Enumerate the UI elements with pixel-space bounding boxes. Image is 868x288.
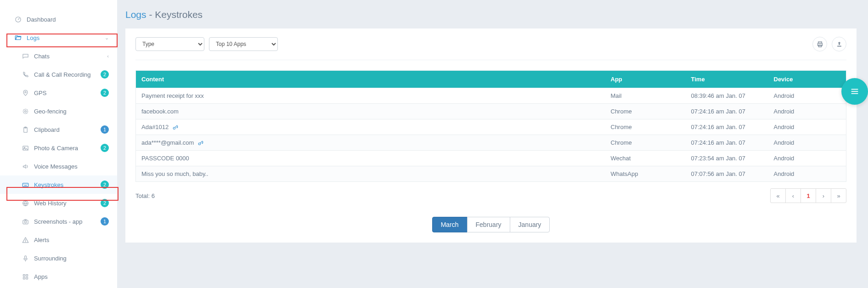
cell-content: Ada#1012 [136, 119, 605, 135]
sidebar-item-label: Geo-fencing [34, 108, 109, 115]
svg-rect-19 [24, 255, 26, 259]
keystrokes-table: Content App Time Device Payment receipt … [135, 70, 846, 182]
badge: 2 [101, 181, 109, 189]
cell-time: 07:07:56 am Jan. 07 [686, 166, 768, 182]
svg-rect-24 [26, 277, 28, 279]
cell-time: 07:24:16 am Jan. 07 [686, 104, 768, 119]
globe-icon [21, 200, 29, 207]
table-row[interactable]: PASSCODE 0000Wechat07:23:54 am Jan. 07An… [136, 151, 846, 166]
sidebar: DashboardLogs⌄Chats‹Call & Call Recordin… [0, 0, 117, 288]
sidebar-item-label: Clipboard [34, 126, 101, 133]
title-rest: - Keystrokes [147, 9, 203, 20]
cell-time: 07:23:54 am Jan. 07 [686, 151, 768, 166]
sidebar-item-voice-messages[interactable]: Voice Messages [0, 157, 117, 175]
key-icon [172, 124, 178, 130]
sidebar-item-label: Logs [27, 34, 105, 41]
alert-icon [21, 237, 29, 243]
sidebar-item-label: Chats [34, 53, 107, 60]
table-row[interactable]: Miss you so much, baby..WhatsApp07:07:56… [136, 166, 846, 182]
camera-icon [21, 218, 29, 225]
cell-app: Mail [605, 88, 686, 104]
col-time[interactable]: Time [686, 71, 768, 88]
table-row[interactable]: Payment receipt for xxxMail08:39:46 am J… [136, 88, 846, 104]
chevron-left-icon: ‹ [107, 53, 109, 59]
filter-apps-select[interactable]: Top 10 Apps [209, 37, 278, 51]
cell-device: Android [768, 88, 846, 104]
cell-content: facebook.com [136, 104, 605, 119]
apps-icon [21, 273, 29, 280]
sidebar-item-call-call-recording[interactable]: Call & Call Recording2 [0, 65, 117, 84]
image-icon [21, 145, 29, 152]
page-last[interactable]: » [831, 188, 846, 203]
cell-device: Android [768, 135, 846, 151]
sidebar-item-dashboard[interactable]: Dashboard [0, 10, 117, 28]
month-march[interactable]: March [432, 217, 468, 232]
cell-content: PASSCODE 0000 [136, 151, 605, 166]
print-button[interactable] [812, 37, 827, 51]
cell-device: Android [768, 119, 846, 135]
sidebar-item-chats[interactable]: Chats‹ [0, 47, 117, 65]
sidebar-item-label: Voice Messages [34, 163, 109, 170]
page-first[interactable]: « [770, 188, 786, 203]
dashboard-icon [14, 16, 22, 23]
title-accent: Logs [125, 9, 147, 20]
sidebar-item-web-history[interactable]: Web History2 [0, 194, 117, 212]
chats-icon [21, 53, 29, 60]
badge: 2 [101, 199, 109, 207]
col-app[interactable]: App [605, 71, 686, 88]
col-content[interactable]: Content [136, 71, 605, 88]
cell-content: Payment receipt for xxx [136, 88, 605, 104]
col-device[interactable]: Device [768, 71, 846, 88]
badge: 2 [101, 144, 109, 152]
month-february[interactable]: February [467, 217, 510, 232]
cell-content: ada****@gmail.com [136, 135, 605, 151]
sidebar-item-label: Apps [34, 273, 109, 280]
badge: 1 [101, 125, 109, 134]
table-row[interactable]: facebook.comChrome07:24:16 am Jan. 07And… [136, 104, 846, 119]
svg-point-3 [23, 109, 28, 113]
table-row[interactable]: Ada#1012 Chrome07:24:16 am Jan. 07Androi… [136, 119, 846, 135]
svg-point-1 [24, 91, 26, 93]
cell-device: Android [768, 104, 846, 119]
svg-rect-23 [23, 277, 25, 279]
main-content: Logs - Keystrokes Type Top 10 Apps [125, 0, 868, 288]
sidebar-item-surrounding[interactable]: Surrounding [0, 249, 117, 267]
cell-device: Android [768, 151, 846, 166]
svg-rect-21 [23, 274, 25, 276]
sidebar-item-alerts[interactable]: Alerts [0, 231, 117, 249]
sidebar-item-clipboard[interactable]: Clipboard1 [0, 120, 117, 139]
sidebar-item-geo-fencing[interactable]: Geo-fencing [0, 102, 117, 120]
filter-type-select[interactable]: Type [135, 37, 204, 51]
floating-menu-button[interactable] [841, 78, 868, 105]
geofence-icon [21, 108, 29, 115]
svg-rect-22 [26, 274, 28, 276]
keyboard-icon [21, 181, 29, 188]
cell-app: Chrome [605, 119, 686, 135]
sidebar-item-keystrokes[interactable]: Keystrokes2 [0, 175, 117, 194]
sidebar-item-logs[interactable]: Logs⌄ [0, 28, 117, 47]
export-button[interactable] [832, 37, 846, 51]
sidebar-item-gps[interactable]: GPS2 [0, 84, 117, 102]
cell-content: Miss you so much, baby.. [136, 166, 605, 182]
sidebar-item-label: Keystrokes [34, 181, 101, 188]
print-icon [817, 41, 823, 48]
page-1[interactable]: 1 [800, 188, 816, 203]
svg-point-16 [24, 220, 26, 222]
key-icon [197, 140, 203, 146]
sidebar-item-screenshots-app[interactable]: Screenshots - app1 [0, 212, 117, 231]
sidebar-item-photo-camera[interactable]: Photo & Camera2 [0, 139, 117, 157]
hamburger-icon [850, 86, 860, 96]
table-row[interactable]: ada****@gmail.com Chrome07:24:16 am Jan.… [136, 135, 846, 151]
page-prev[interactable]: ‹ [785, 188, 801, 203]
cell-device: Android [768, 166, 846, 182]
page-next[interactable]: › [816, 188, 831, 203]
month-switcher: MarchFebruaryJanuary [432, 217, 550, 232]
badge: 1 [101, 217, 109, 226]
sidebar-item-label: Call & Call Recording [34, 71, 101, 78]
month-january[interactable]: January [510, 217, 550, 232]
svg-point-2 [24, 110, 26, 112]
svg-rect-8 [23, 183, 28, 186]
sidebar-item-apps[interactable]: Apps [0, 267, 117, 286]
sidebar-item-label: Photo & Camera [34, 145, 101, 152]
badge: 2 [101, 89, 109, 97]
